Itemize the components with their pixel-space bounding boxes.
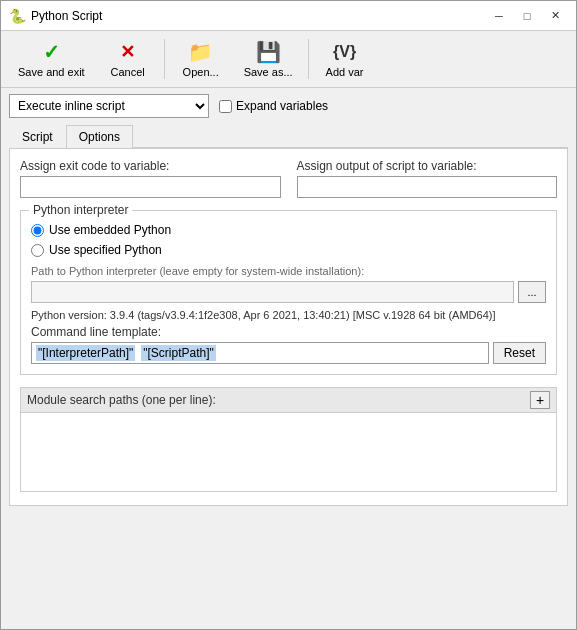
assign-output-label: Assign output of script to variable:	[297, 159, 558, 173]
save-as-label: Save as...	[244, 66, 293, 78]
save-as-button[interactable]: 💾 Save as...	[235, 35, 302, 83]
radio-embedded[interactable]	[31, 224, 44, 237]
radio-embedded-label: Use embedded Python	[31, 223, 546, 237]
maximize-button[interactable]: □	[514, 5, 540, 27]
interpreter-path-input	[31, 281, 514, 303]
controls-row: Execute inline script Expand variables	[9, 94, 568, 118]
path-label: Path to Python interpreter (leave empty …	[31, 265, 546, 277]
cancel-label: Cancel	[111, 66, 145, 78]
module-section: Module search paths (one per line): +	[20, 387, 557, 495]
open-icon: 📁	[189, 40, 213, 64]
cancel-icon	[116, 40, 140, 64]
options-tab-content: Assign exit code to variable: Assign out…	[9, 148, 568, 506]
add-var-label: Add var	[326, 66, 364, 78]
path-input-row: ...	[31, 281, 546, 303]
module-add-button[interactable]: +	[530, 391, 550, 409]
expand-variables-text: Expand variables	[236, 99, 328, 113]
cmd-template-section: Command line template: "[InterpreterPath…	[31, 325, 546, 364]
cmd-part1: "[InterpreterPath]"	[36, 345, 135, 361]
save-as-icon: 💾	[256, 40, 280, 64]
module-header: Module search paths (one per line): +	[20, 387, 557, 412]
assign-output-input[interactable]	[297, 176, 558, 198]
title-bar-buttons: ─ □ ✕	[486, 5, 568, 27]
reset-button[interactable]: Reset	[493, 342, 546, 364]
expand-variables-checkbox[interactable]	[219, 100, 232, 113]
toolbar-separator-2	[308, 39, 309, 79]
assign-output-group: Assign output of script to variable:	[297, 159, 558, 198]
content-area: Execute inline script Expand variables S…	[1, 88, 576, 629]
save-exit-label: Save and exit	[18, 66, 85, 78]
radio-group: Use embedded Python Use specified Python	[31, 223, 546, 257]
module-paths-textarea[interactable]	[20, 412, 557, 492]
cmd-input-row: "[InterpreterPath]" "[ScriptPath]" Reset	[31, 342, 546, 364]
tab-bar: Script Options	[9, 124, 568, 148]
window-icon: 🐍	[9, 8, 25, 24]
assign-exit-input[interactable]	[20, 176, 281, 198]
tabs-container: Script Options Assign exit code to varia…	[9, 124, 568, 506]
assign-exit-group: Assign exit code to variable:	[20, 159, 281, 198]
save-exit-button[interactable]: Save and exit	[9, 35, 94, 83]
path-section: Path to Python interpreter (leave empty …	[31, 265, 546, 303]
cmd-template-display[interactable]: "[InterpreterPath]" "[ScriptPath]"	[31, 342, 489, 364]
tab-script[interactable]: Script	[9, 125, 66, 148]
minimize-button[interactable]: ─	[486, 5, 512, 27]
save-exit-icon	[39, 40, 63, 64]
module-paths-label: Module search paths (one per line):	[27, 393, 216, 407]
close-button[interactable]: ✕	[542, 5, 568, 27]
radio-specified[interactable]	[31, 244, 44, 257]
radio-specified-label: Use specified Python	[31, 243, 546, 257]
script-mode-dropdown[interactable]: Execute inline script	[9, 94, 209, 118]
expand-variables-label: Expand variables	[219, 99, 328, 113]
browse-button[interactable]: ...	[518, 281, 546, 303]
cmd-part2: "[ScriptPath]"	[141, 345, 216, 361]
toolbar: Save and exit Cancel 📁 Open... 💾 Save as…	[1, 31, 576, 88]
window-title: Python Script	[31, 9, 486, 23]
assign-exit-label: Assign exit code to variable:	[20, 159, 281, 173]
tab-options[interactable]: Options	[66, 125, 133, 148]
cancel-button[interactable]: Cancel	[98, 35, 158, 83]
interpreter-group-title: Python interpreter	[29, 203, 132, 217]
title-bar: 🐍 Python Script ─ □ ✕	[1, 1, 576, 31]
cmd-template-label: Command line template:	[31, 325, 546, 339]
add-var-icon: {V}	[333, 40, 357, 64]
main-window: 🐍 Python Script ─ □ ✕ Save and exit Canc…	[0, 0, 577, 630]
open-label: Open...	[183, 66, 219, 78]
variable-assignment-row: Assign exit code to variable: Assign out…	[20, 159, 557, 198]
add-var-button[interactable]: {V} Add var	[315, 35, 375, 83]
python-interpreter-group: Python interpreter Use embedded Python U…	[20, 210, 557, 375]
toolbar-separator-1	[164, 39, 165, 79]
open-button[interactable]: 📁 Open...	[171, 35, 231, 83]
python-version-text: Python version: 3.9.4 (tags/v3.9.4:1f2e3…	[31, 309, 546, 321]
